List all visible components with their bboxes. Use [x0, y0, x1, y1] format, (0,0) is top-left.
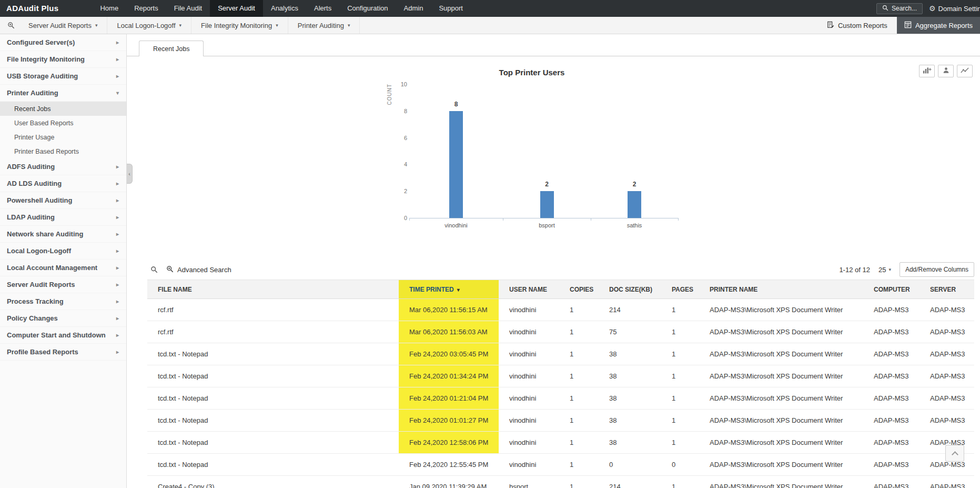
topnav-item-admin[interactable]: Admin: [396, 0, 431, 17]
topnav-item-file-audit[interactable]: File Audit: [166, 0, 210, 17]
sidebar-item-local-logon-logoff[interactable]: Local Logon-Logoff▸: [0, 243, 126, 260]
topnav-item-reports[interactable]: Reports: [126, 0, 166, 17]
add-remove-columns-button[interactable]: Add/Remove Columns: [900, 262, 974, 277]
sidebar-collapse-handle[interactable]: ‹: [127, 164, 133, 184]
chart-bar-bsport: [540, 191, 554, 218]
topnav-item-alerts[interactable]: Alerts: [306, 0, 339, 17]
column-header-copies[interactable]: COPIES: [559, 280, 599, 299]
sidebar-item-local-account-management[interactable]: Local Account Management▸: [0, 260, 126, 276]
filter-dropdown-local-logon-logoff[interactable]: Local Logon-Logoff▾: [107, 17, 191, 34]
scroll-to-top-button[interactable]: [945, 445, 964, 462]
domain-settings-button[interactable]: ⚙ Domain Settings: [929, 5, 980, 13]
app-logo[interactable]: ADAudit Plus: [0, 0, 68, 17]
sidebar-item-profile-based-reports[interactable]: Profile Based Reports▸: [0, 344, 126, 361]
custom-reports-button[interactable]: Custom Reports: [817, 21, 897, 30]
cell-copies: 1: [559, 321, 599, 343]
sidebar-subitem-printer-based-reports[interactable]: Printer Based Reports: [0, 144, 126, 158]
table-row[interactable]: tcd.txt - NotepadFeb 24,2020 12:58:06 PM…: [147, 432, 974, 454]
table-row[interactable]: rcf.rtfMar 06,2020 11:56:15 AMvinodhini1…: [147, 299, 974, 321]
sidebar-subitem-printer-usage[interactable]: Printer Usage: [0, 130, 126, 144]
sidebar-item-server-audit-reports[interactable]: Server Audit Reports▸: [0, 276, 126, 293]
tab-recent-jobs[interactable]: Recent Jobs: [139, 41, 204, 56]
sidebar-item-computer-start-and-shutdown[interactable]: Computer Start and Shutdown▸: [0, 327, 126, 344]
sidebar-item-adfs-auditing[interactable]: ADFS Auditing▸: [0, 158, 126, 175]
column-header-computer[interactable]: COMPUTER: [863, 280, 920, 299]
advanced-search-button[interactable]: Advanced Search: [166, 265, 231, 274]
table-row[interactable]: tcd.txt - NotepadFeb 24,2020 01:01:27 PM…: [147, 410, 974, 432]
page-size-dropdown[interactable]: 25 ▾: [878, 266, 891, 274]
cell-printer: ADAP-MS3\Microsoft XPS Document Writer: [699, 410, 863, 432]
sidebar-item-printer-auditing[interactable]: Printer Auditing▾: [0, 85, 126, 102]
filter-dropdown-server-audit-reports[interactable]: Server Audit Reports▾: [19, 17, 107, 34]
sidebar-item-powershell-auditing[interactable]: Powershell Auditing▸: [0, 192, 126, 209]
cell-printer: ADAP-MS3\Microsoft XPS Document Writer: [699, 387, 863, 410]
sidebar-item-label: Powershell Auditing: [7, 196, 72, 204]
cell-computer: ADAP-MS3: [863, 343, 920, 365]
table-search-icon[interactable]: [150, 266, 158, 273]
aggregate-reports-button[interactable]: Aggregate Reports: [897, 17, 980, 34]
sidebar-item-process-tracking[interactable]: Process Tracking▸: [0, 293, 126, 310]
sidebar-item-ldap-auditing[interactable]: LDAP Auditing▸: [0, 209, 126, 226]
chevron-right-icon: ▸: [116, 197, 119, 203]
chevron-right-icon: ▸: [116, 282, 119, 287]
chevron-down-icon: ▾: [276, 23, 278, 28]
column-header-printer-name[interactable]: PRINTER NAME: [699, 280, 863, 299]
cell-size: 75: [599, 321, 661, 343]
filter-dropdown-printer-auditing[interactable]: Printer Auditing▾: [288, 17, 360, 34]
filter-dropdown-file-integrity-monitoring[interactable]: File Integrity Monitoring▾: [191, 17, 288, 34]
sidebar-item-label: Server Audit Reports: [7, 281, 75, 288]
table-row[interactable]: Create4 - Copy (3)Jan 09,2020 11:39:29 A…: [147, 476, 974, 488]
table-row[interactable]: rcf.rtfMar 06,2020 11:56:03 AMvinodhini1…: [147, 321, 974, 343]
report-toolbar-right: Custom Reports Aggregate Reports: [817, 17, 980, 34]
sidebar-item-usb-storage-auditing[interactable]: USB Storage Auditing▸: [0, 68, 126, 85]
filter-dropdown-label: Printer Auditing: [298, 22, 344, 29]
sidebar-subitem-user-based-reports[interactable]: User Based Reports: [0, 116, 126, 130]
sidebar-subitem-recent-jobs[interactable]: Recent Jobs: [0, 102, 126, 116]
body-row: Configured Server(s)▸File Integrity Moni…: [0, 34, 980, 488]
search-icon: [882, 5, 888, 13]
table-row[interactable]: tcd.txt - NotepadFeb 24,2020 01:34:24 PM…: [147, 365, 974, 387]
report-search-icon[interactable]: [7, 22, 15, 29]
chevron-right-icon: ▸: [116, 349, 119, 355]
cell-user: vinodhini: [499, 343, 559, 365]
cell-copies: 1: [559, 299, 599, 321]
table-toolbar-right: 1-12 of 12 25 ▾ Add/Remove Columns: [839, 262, 974, 277]
cell-time: Feb 24,2020 01:21:04 PM: [399, 387, 499, 410]
column-header-doc-size-kb[interactable]: DOC SIZE(KB): [599, 280, 661, 299]
cell-computer: ADAP-MS3: [863, 410, 920, 432]
topnav-item-configuration[interactable]: Configuration: [339, 0, 396, 17]
topnav-item-support[interactable]: Support: [431, 0, 471, 17]
column-header-user-name[interactable]: USER NAME: [499, 280, 559, 299]
cell-copies: 1: [559, 387, 599, 410]
sidebar-item-configured-server-s[interactable]: Configured Server(s)▸: [0, 34, 126, 51]
column-header-file-name[interactable]: FILE NAME: [147, 280, 399, 299]
column-header-pages[interactable]: PAGES: [661, 280, 699, 299]
bar-value-label: 8: [446, 101, 467, 108]
filter-dropdown-label: File Integrity Monitoring: [201, 22, 272, 29]
cell-copies: 1: [559, 454, 599, 476]
cell-user: vinodhini: [499, 387, 559, 410]
table-row[interactable]: tcd.txt - NotepadFeb 24,2020 12:55:45 PM…: [147, 454, 974, 476]
topnav-item-analytics[interactable]: Analytics: [263, 0, 306, 17]
cell-computer: ADAP-MS3: [863, 365, 920, 387]
topnav-item-server-audit[interactable]: Server Audit: [210, 0, 263, 17]
chevron-right-icon: ▸: [116, 39, 119, 45]
chevron-down-icon: ▾: [179, 23, 182, 28]
table-row[interactable]: tcd.txt - NotepadFeb 24,2020 03:05:45 PM…: [147, 343, 974, 365]
sidebar-item-file-integrity-monitoring[interactable]: File Integrity Monitoring▸: [0, 51, 126, 68]
sidebar-item-policy-changes[interactable]: Policy Changes▸: [0, 310, 126, 327]
sidebar-item-network-share-auditing[interactable]: Network share Auditing▸: [0, 226, 126, 243]
cell-size: 38: [599, 410, 661, 432]
cell-file: rcf.rtf: [147, 321, 399, 343]
topnav-item-home[interactable]: Home: [92, 0, 126, 17]
column-header-time-printed[interactable]: TIME PRINTED▾: [399, 280, 499, 299]
y-axis-tick-label: 4: [391, 161, 407, 167]
column-header-server[interactable]: SERVER: [920, 280, 974, 299]
cell-size: 38: [599, 365, 661, 387]
search-button[interactable]: Search...: [876, 3, 923, 14]
x-axis-tick: [591, 218, 591, 221]
x-axis-category-label: vinodhini: [425, 222, 488, 228]
table-row[interactable]: tcd.txt - NotepadFeb 24,2020 01:21:04 PM…: [147, 387, 974, 410]
sidebar-item-label: Computer Start and Shutdown: [7, 331, 106, 339]
sidebar-item-ad-lds-auditing[interactable]: AD LDS Auditing▸: [0, 175, 126, 192]
